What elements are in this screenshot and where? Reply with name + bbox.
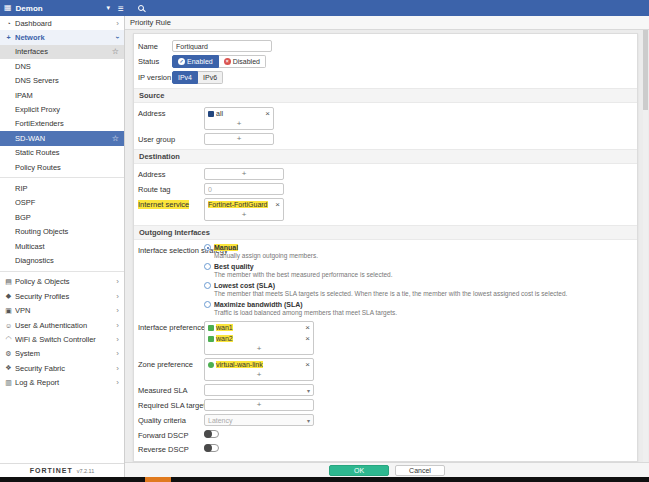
favorite-star-icon[interactable]: ☆ (112, 134, 119, 143)
cancel-button[interactable]: Cancel (395, 465, 445, 476)
sidebar-footer: FORTINET v7.2.11 (0, 463, 124, 477)
sidebar-item-interfaces[interactable]: Interfaces ☆ (0, 45, 124, 59)
sidebar-item-static-routes[interactable]: Static Routes (0, 146, 124, 160)
remove-entry-icon[interactable]: × (305, 334, 310, 343)
status-disabled-button[interactable]: × Disabled (219, 55, 266, 68)
sidebar-item-policy-routes[interactable]: Policy Routes (0, 160, 124, 174)
measured-sla-select[interactable]: ▾ (204, 384, 314, 396)
ok-button[interactable]: OK (329, 465, 389, 476)
remove-entry-icon[interactable]: × (265, 109, 270, 118)
sidebar-item-system[interactable]: ⚙ System › (0, 347, 124, 361)
check-circle-icon: ✓ (178, 58, 185, 65)
sidebar-item-vpn[interactable]: ▣ VPN › (0, 303, 124, 317)
chevron-right-icon: › (116, 378, 119, 387)
sidebar-item-ipam[interactable]: IPAM (0, 88, 124, 102)
status-enabled-button[interactable]: ✓ Enabled (172, 55, 219, 68)
fortinet-logo: FORTINET (30, 467, 73, 474)
ip-version-segment: IPv4 IPv6 (172, 71, 223, 84)
sidebar-item-fortiextenders[interactable]: FortiExtenders (0, 117, 124, 131)
sidebar-item-network[interactable]: + Network › (0, 30, 124, 44)
sidebar-item-rip[interactable]: RIP (0, 181, 124, 195)
log-report-icon: ▥ (4, 379, 13, 387)
interface-entry-wan1[interactable]: wan1 × (205, 322, 313, 333)
sidebar-item-multicast[interactable]: Multicast (0, 239, 124, 253)
interface-entry-wan2[interactable]: wan2 × (205, 333, 313, 344)
quality-criteria-label: Quality criteria (138, 414, 204, 425)
vdom-selector[interactable]: ▦ Demon ▾ (0, 4, 110, 13)
add-zone-button[interactable]: + (205, 370, 313, 380)
forward-dscp-label: Forward DSCP (138, 429, 204, 440)
sidebar-item-user-authentication[interactable]: ☺ User & Authentication › (0, 318, 124, 332)
name-input[interactable] (172, 40, 272, 52)
add-interface-button[interactable]: + (205, 344, 313, 354)
remove-entry-icon[interactable]: × (275, 200, 280, 209)
sidebar-item-wifi-switch[interactable]: ◠ WiFi & Switch Controller › (0, 332, 124, 346)
forward-dscp-toggle[interactable] (204, 430, 219, 438)
priority-rule-form: Name Status ✓ Enabled × Disabled IP vers… (133, 33, 638, 462)
chevron-right-icon: › (116, 292, 119, 301)
destination-address-label: Address (138, 168, 204, 179)
sidebar-item-explicit-proxy[interactable]: Explicit Proxy (0, 102, 124, 116)
interface-icon (208, 336, 214, 342)
user-group-label: User group (138, 133, 204, 144)
x-circle-icon: × (224, 58, 231, 65)
reverse-dscp-toggle[interactable] (204, 444, 219, 452)
chevron-right-icon: › (116, 335, 119, 344)
ip-version-label: IP version (138, 71, 172, 82)
internet-service-entry[interactable]: Fortinet-FortiGuard × (205, 199, 283, 210)
sidebar-item-log-report[interactable]: ▥ Log & Report › (0, 375, 124, 389)
sidebar-item-security-profiles[interactable]: ◆ Security Profiles › (0, 289, 124, 303)
sidebar-item-ospf[interactable]: OSPF (0, 196, 124, 210)
add-sla-target-button[interactable]: + (205, 400, 313, 410)
user-group-box: + (204, 133, 274, 145)
ipv6-button[interactable]: IPv6 (198, 71, 223, 84)
scrollbar[interactable] (643, 30, 648, 462)
strategy-lowest-cost: Lowest cost (SLA) The member that meets … (204, 282, 567, 298)
radio-best-quality[interactable] (204, 263, 211, 270)
zone-entry[interactable]: virtual-wan-link × (205, 359, 313, 370)
form-footer: OK Cancel (125, 462, 649, 477)
quality-criteria-select[interactable]: Latency ▾ (204, 414, 314, 426)
status-label: Status (138, 55, 172, 66)
sidebar-item-diagnostics[interactable]: Diagnostics (0, 253, 124, 267)
zone-preference-box: virtual-wan-link × + (204, 358, 314, 381)
dashboard-icon: ◔ (4, 20, 13, 27)
add-source-address-button[interactable]: + (205, 119, 273, 129)
search-icon[interactable] (138, 5, 144, 11)
strategy-maximize-bandwidth: Maximize bandwidth (SLA) Traffic is load… (204, 301, 567, 317)
route-tag-input[interactable] (204, 183, 284, 195)
chevron-down-icon: ▾ (106, 4, 110, 12)
sidebar-item-dns-servers[interactable]: DNS Servers (0, 74, 124, 88)
sidebar-item-dns[interactable]: DNS (0, 59, 124, 73)
favorite-star-icon[interactable]: ☆ (112, 47, 119, 56)
radio-maximize-bandwidth[interactable] (204, 301, 211, 308)
vdom-grid-icon: ▦ (4, 4, 12, 12)
source-address-entry[interactable]: all × (205, 108, 273, 119)
sidebar-item-dashboard[interactable]: ◔ Dashboard › (0, 16, 124, 30)
add-user-group-button[interactable]: + (205, 134, 273, 144)
required-sla-box: + (204, 399, 314, 411)
sidebar-item-security-fabric[interactable]: ❖ Security Fabric › (0, 361, 124, 375)
status-segment: ✓ Enabled × Disabled (172, 55, 266, 68)
firmware-version: v7.2.11 (77, 468, 95, 474)
sidebar-item-bgp[interactable]: BGP (0, 210, 124, 224)
remove-entry-icon[interactable]: × (305, 323, 310, 332)
add-internet-service-button[interactable]: + (205, 210, 283, 220)
chevron-right-icon: › (116, 306, 119, 315)
measured-sla-label: Measured SLA (138, 384, 204, 395)
sidebar-item-sd-wan[interactable]: SD-WAN ☆ (0, 131, 124, 145)
sidebar: ◔ Dashboard › + Network › Interfaces ☆ D… (0, 16, 125, 477)
chevron-down-icon: ▾ (307, 417, 310, 424)
vpn-icon: ▣ (4, 307, 13, 315)
remove-entry-icon[interactable]: × (305, 360, 310, 369)
gear-icon: ⚙ (4, 350, 13, 358)
radio-lowest-cost[interactable] (204, 282, 211, 289)
strategy-manual: Manual Manually assign outgoing members. (204, 244, 567, 260)
sidebar-item-policy-objects[interactable]: ▤ Policy & Objects › (0, 275, 124, 289)
add-destination-address-button[interactable]: + (205, 169, 283, 179)
ipv4-button[interactable]: IPv4 (172, 71, 198, 84)
radio-manual[interactable] (204, 244, 211, 251)
sidebar-item-routing-objects[interactable]: Routing Objects (0, 224, 124, 238)
scrollbar-thumb[interactable] (643, 30, 648, 110)
menu-toggle-icon[interactable]: ≡ (118, 3, 124, 14)
